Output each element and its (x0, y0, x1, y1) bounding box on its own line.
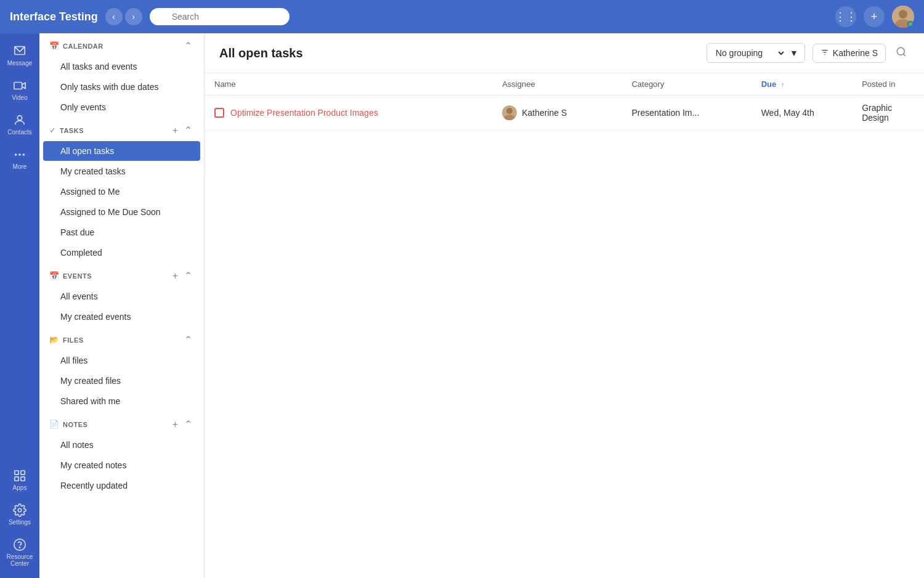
task-posted-in-cell: Graphic Design (852, 96, 924, 131)
sidebar-item-more[interactable]: More (2, 143, 37, 175)
tasks-section-actions: + ⌃ (171, 124, 194, 137)
settings-label: Settings (9, 519, 31, 526)
svg-point-19 (897, 47, 904, 55)
sidebar-item-assigned-to-me[interactable]: Assigned to Me (43, 182, 200, 201)
sidebar-item-my-created-files[interactable]: My created files (43, 371, 200, 391)
add-button[interactable]: + (864, 6, 885, 27)
svg-point-6 (15, 153, 17, 156)
tasks-section-title: TASKS (60, 127, 167, 134)
files-section-actions: ⌃ (182, 333, 194, 346)
events-section-header: 📅 EVENTS + ⌃ (39, 263, 204, 286)
events-section-title: EVENTS (63, 272, 167, 280)
user-avatar-wrap[interactable] (892, 6, 914, 28)
sidebar-item-video[interactable]: Video (2, 74, 37, 106)
sidebar-item-shared-with-me[interactable]: Shared with me (43, 391, 200, 411)
events-add-button[interactable]: + (171, 270, 180, 282)
calendar-section-title: CALENDAR (63, 43, 179, 50)
search-input[interactable] (150, 8, 290, 25)
content-search-button[interactable] (893, 44, 909, 63)
th-name[interactable]: Name (205, 73, 492, 96)
files-collapse-button[interactable]: ⌃ (182, 333, 194, 346)
grouping-dropdown[interactable]: No groupingBy assigneeBy categoryBy due … (713, 47, 786, 59)
filter-button[interactable]: Katherine S (813, 44, 886, 63)
tasks-section-icon: ✓ (49, 126, 56, 135)
sidebar-item-all-open-tasks[interactable]: All open tasks (43, 141, 200, 161)
sidebar-item-all-events[interactable]: All events (43, 287, 200, 306)
sidebar-item-all-tasks-events[interactable]: All tasks and events (43, 57, 200, 76)
task-name-link[interactable]: Optimize Presentation Product Images (230, 108, 378, 118)
sidebar-item-message[interactable]: Message (2, 39, 37, 71)
nav-forward-button[interactable]: › (125, 8, 142, 25)
th-due[interactable]: Due ↑ (752, 73, 853, 96)
task-checkbox[interactable] (214, 108, 224, 118)
calendar-section-icon: 📅 (49, 41, 59, 51)
table-row[interactable]: Optimize Presentation Product Images Kat… (205, 96, 924, 131)
events-collapse-button[interactable]: ⌃ (182, 269, 194, 282)
notes-section-header: 📄 NOTES + ⌃ (39, 412, 204, 434)
grouping-select[interactable]: No groupingBy assigneeBy categoryBy due … (707, 43, 805, 63)
table-header-row: Name Assignee Category Due ↑ Posted in (205, 73, 924, 96)
svg-point-14 (14, 539, 25, 550)
app-title: Interface Testing (10, 10, 98, 23)
message-label: Message (7, 60, 33, 67)
svg-rect-10 (21, 471, 25, 474)
files-section-icon: 📂 (49, 335, 59, 344)
task-category-cell: Presentation Im... (622, 96, 751, 131)
tasks-section-header: ✓ TASKS + ⌃ (39, 118, 204, 140)
sidebar-item-assigned-to-me-due-soon[interactable]: Assigned to Me Due Soon (43, 202, 200, 222)
filter-icon (821, 48, 829, 59)
task-assignee-cell: Katherine S (492, 96, 622, 131)
sort-arrow-icon: ↑ (781, 81, 785, 88)
filter-label: Katherine S (833, 48, 878, 58)
page-title: All open tasks (219, 46, 699, 60)
sidebar-item-settings[interactable]: Settings (2, 499, 37, 531)
sidebar-item-my-created-events[interactable]: My created events (43, 307, 200, 327)
notes-section-icon: 📄 (49, 420, 59, 429)
calendar-collapse-button[interactable]: ⌃ (182, 39, 194, 52)
sidebar-item-completed[interactable]: Completed (43, 243, 200, 263)
assignee-avatar (502, 105, 517, 120)
svg-point-1 (899, 10, 907, 18)
notes-collapse-button[interactable]: ⌃ (182, 418, 194, 431)
apps-label: Apps (13, 484, 27, 491)
tasks-add-button[interactable]: + (171, 124, 180, 137)
sidebar-item-only-tasks-due[interactable]: Only tasks with due dates (43, 77, 200, 97)
tasks-collapse-button[interactable]: ⌃ (182, 124, 194, 137)
svg-point-5 (17, 116, 22, 120)
sidebar-item-only-events-cal[interactable]: Only events (43, 97, 200, 117)
th-category[interactable]: Category (622, 73, 751, 96)
icon-bar-bottom: Apps Settings Resource Center (2, 464, 37, 572)
sidebar-item-all-notes[interactable]: All notes (43, 435, 200, 455)
th-posted-in[interactable]: Posted in (852, 73, 924, 96)
events-section-icon: 📅 (49, 271, 59, 280)
nav-buttons: ‹ › (105, 8, 142, 25)
sidebar-item-resource-center[interactable]: Resource Center (2, 533, 37, 572)
chevron-down-icon: ▼ (790, 48, 798, 58)
task-due-date: Wed, May 4th (761, 108, 814, 118)
apps-grid-button[interactable]: ⋮⋮ (835, 6, 856, 27)
video-label: Video (12, 94, 27, 101)
sidebar-item-recently-updated[interactable]: Recently updated (43, 476, 200, 495)
sidebar-item-all-files[interactable]: All files (43, 351, 200, 370)
notes-add-button[interactable]: + (171, 418, 180, 431)
notes-section-title: NOTES (63, 421, 167, 428)
svg-rect-11 (15, 477, 18, 481)
th-assignee[interactable]: Assignee (492, 73, 622, 96)
svg-rect-12 (21, 477, 25, 481)
assignee-name: Katherine S (522, 108, 567, 118)
resource-center-label: Resource Center (6, 553, 33, 567)
task-category: Presentation Im... (631, 108, 699, 118)
svg-rect-9 (15, 471, 18, 474)
sidebar-item-past-due[interactable]: Past due (43, 222, 200, 242)
sidebar-item-apps[interactable]: Apps (2, 464, 37, 496)
svg-point-8 (23, 153, 25, 156)
svg-rect-4 (14, 83, 22, 89)
calendar-section-actions: ⌃ (182, 39, 194, 52)
task-posted-in: Graphic Design (862, 103, 892, 123)
sidebar-item-my-created-notes[interactable]: My created notes (43, 455, 200, 475)
nav-back-button[interactable]: ‹ (105, 8, 123, 25)
main-layout: Message Video Contacts More (0, 33, 924, 578)
sidebar-item-contacts[interactable]: Contacts (2, 108, 37, 140)
sidebar-item-my-created-tasks[interactable]: My created tasks (43, 161, 200, 181)
svg-point-22 (506, 108, 513, 114)
